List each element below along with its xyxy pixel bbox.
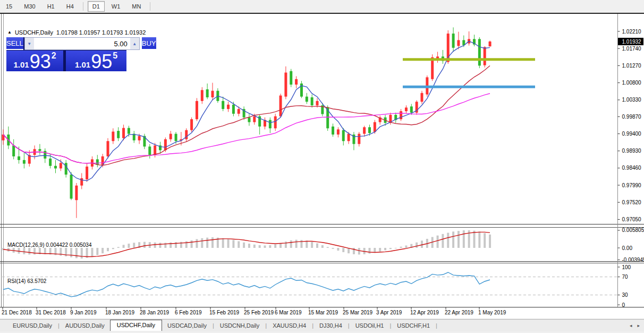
candle-body xyxy=(211,91,214,97)
date-axis-label: 18 Jan 2019 xyxy=(105,310,134,315)
rsi-indicator-header: RSI(14) 63.5702 xyxy=(7,278,46,284)
window-top-border xyxy=(0,13,644,14)
candle-body xyxy=(457,40,460,46)
macd-histogram-bar xyxy=(321,245,324,248)
candle-body xyxy=(154,145,156,155)
candle xyxy=(196,98,198,121)
macd-histogram-bar xyxy=(96,248,98,255)
macd-histogram-bar xyxy=(437,236,439,248)
candle-body xyxy=(290,71,292,85)
macd-histogram-bar xyxy=(389,248,392,249)
candle-body xyxy=(452,34,455,48)
date-axis-label: 12 Apr 2019 xyxy=(410,310,439,315)
volume-decrease-button[interactable]: ▼ xyxy=(25,38,34,49)
date-axis-label: 25 Feb 2019 xyxy=(244,310,274,315)
macd-histogram-bar xyxy=(232,240,234,248)
timeframe-button-h1[interactable]: H1 xyxy=(43,1,60,12)
macd-axis-label: 0.005805 xyxy=(622,227,644,233)
macd-histogram-bar xyxy=(457,231,460,248)
rsi-axis-label: 0 xyxy=(622,302,625,308)
macd-histogram-bar xyxy=(452,231,454,248)
tab-scroll-left-icon[interactable]: ◂ xyxy=(630,323,632,328)
tab-usdchf-daily[interactable]: USDCHF,Daily xyxy=(110,320,162,331)
volume-increase-button[interactable]: ▲ xyxy=(130,38,139,49)
buy-price-point: 5 xyxy=(113,52,117,60)
macd-histogram-bar xyxy=(227,239,230,248)
timeframe-button-w1[interactable]: W1 xyxy=(107,1,125,12)
candle xyxy=(274,114,277,131)
sell-button[interactable]: SELL xyxy=(6,37,23,50)
candle-body xyxy=(190,119,193,130)
macd-histogram-bar xyxy=(117,247,120,248)
macd-histogram-bar xyxy=(23,248,25,254)
timeframe-button-m30[interactable]: M30 xyxy=(19,1,40,12)
macd-histogram-bar xyxy=(101,248,104,253)
tab-dj30-h4[interactable]: DJ30,H4 xyxy=(314,321,348,330)
tab-usdoil-h1[interactable]: USDOil,H1 xyxy=(350,321,389,330)
macd-histogram-bar xyxy=(248,244,250,248)
timeframe-button-15[interactable]: 15 xyxy=(1,1,17,12)
macd-histogram-bar xyxy=(196,239,198,248)
price-axis-label: 0.97990 xyxy=(622,182,642,188)
volume-spinner: ▼ ▲ xyxy=(24,37,140,50)
collapse-triangle-icon[interactable]: ▲ xyxy=(7,30,12,35)
candle-body xyxy=(489,41,492,46)
macd-histogram-bar xyxy=(81,248,83,259)
macd-histogram-bar xyxy=(442,234,444,248)
tab-usdcnh-daily[interactable]: USDCNH,Daily xyxy=(215,321,265,330)
tab-xauusd-h4[interactable]: XAUUSD,H4 xyxy=(267,321,311,330)
candle-body xyxy=(201,90,204,101)
volume-input[interactable] xyxy=(34,38,130,49)
macd-histogram-bar xyxy=(295,240,298,248)
macd-histogram-bar xyxy=(91,248,93,256)
price-axis-label: 1.00330 xyxy=(622,97,642,103)
buy-button[interactable]: BUY xyxy=(142,37,156,50)
date-axis-label: 9 Jan 2019 xyxy=(70,310,97,315)
macd-histogram-bar xyxy=(473,231,476,248)
macd-axis-label: -0.003945 xyxy=(622,257,644,263)
candle xyxy=(279,94,282,118)
candle-body xyxy=(107,141,109,156)
timeframe-button-h4[interactable]: H4 xyxy=(62,1,79,12)
macd-histogram-bar xyxy=(253,245,256,248)
macd-histogram-bar xyxy=(405,245,407,248)
macd-histogram-bar xyxy=(191,240,193,248)
tab-eurusd-daily[interactable]: EURUSD,Daily xyxy=(7,321,57,330)
macd-histogram-bar xyxy=(164,243,166,248)
candle-body xyxy=(253,116,256,122)
macd-histogram-bar xyxy=(123,245,125,248)
candle-body xyxy=(279,96,282,116)
tab-separator: | xyxy=(213,322,214,329)
candle-body xyxy=(368,127,371,133)
candle-body xyxy=(54,166,57,169)
tab-separator: | xyxy=(312,322,313,329)
sell-price-display[interactable]: 1.01 93 2 xyxy=(6,51,63,71)
timeframe-button-mn[interactable]: MN xyxy=(127,1,146,12)
macd-histogram-bar xyxy=(395,248,397,248)
chart-title: ▲ USDCHF,Daily 1.01798 1.01957 1.01793 1… xyxy=(7,29,146,36)
date-axis-label: 15 Feb 2019 xyxy=(209,310,240,315)
candle-body xyxy=(311,97,313,105)
macd-histogram-bar xyxy=(342,248,344,252)
candle-body xyxy=(49,159,52,166)
macd-histogram-bar xyxy=(206,238,208,248)
candle-body xyxy=(358,134,360,144)
candle-body xyxy=(170,134,172,139)
tab-audusd-daily[interactable]: AUDUSD,Daily xyxy=(60,321,110,330)
macd-histogram-bar xyxy=(384,248,386,251)
macd-histogram-bar xyxy=(327,247,329,248)
timeframe-button-d1[interactable]: D1 xyxy=(88,1,105,12)
date-axis-label: 1 May 2019 xyxy=(478,310,506,315)
candle-body xyxy=(222,101,224,109)
candle-body xyxy=(112,131,114,141)
tab-usdcad-daily[interactable]: USDCAD,Daily xyxy=(162,321,212,330)
macd-histogram-bar xyxy=(18,248,20,254)
tab-usdchf-h1[interactable]: USDCHF,H1 xyxy=(392,321,435,330)
sell-price-point: 2 xyxy=(52,52,56,60)
tab-separator: | xyxy=(389,322,391,329)
macd-histogram-bar xyxy=(421,240,423,248)
candle-body xyxy=(60,163,62,168)
candle-body xyxy=(484,47,486,65)
tab-scroll-right-icon[interactable]: ▸ xyxy=(637,323,640,328)
buy-price-display[interactable]: 1.01 95 5 xyxy=(66,51,126,71)
